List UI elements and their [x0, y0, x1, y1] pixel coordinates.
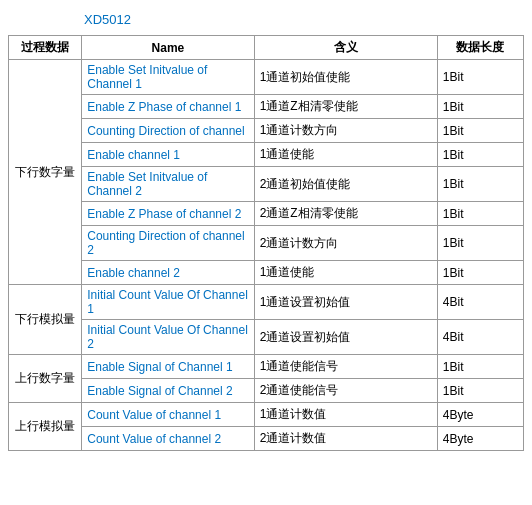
length-cell: 1Bit: [437, 261, 523, 285]
category-cell-1: 下行模拟量: [9, 285, 82, 355]
table-row: Enable Signal of Channel 22通道使能信号1Bit: [9, 379, 524, 403]
meaning-cell: 1通道计数方向: [254, 119, 437, 143]
table-row: Enable channel 11通道使能1Bit: [9, 143, 524, 167]
table-row: Counting Direction of channel1通道计数方向1Bit: [9, 119, 524, 143]
table-row: Enable Set Initvalue of Channel 22通道初始值使…: [9, 167, 524, 202]
category-cell-3: 上行模拟量: [9, 403, 82, 451]
name-cell: Counting Direction of channel: [82, 119, 254, 143]
table-row: Initial Count Value Of Channel 22通道设置初始值…: [9, 320, 524, 355]
length-cell: 4Bit: [437, 320, 523, 355]
meaning-cell: 1通道计数值: [254, 403, 437, 427]
header-label: [8, 8, 78, 31]
length-cell: 1Bit: [437, 379, 523, 403]
name-cell: Enable channel 2: [82, 261, 254, 285]
category-cell-0: 下行数字量: [9, 60, 82, 285]
table-row: Enable Z Phase of channel 11通道Z相清零使能1Bit: [9, 95, 524, 119]
col-header-meaning: 含义: [254, 36, 437, 60]
name-cell: Enable Z Phase of channel 2: [82, 202, 254, 226]
table-row: Count Value of channel 22通道计数值4Byte: [9, 427, 524, 451]
table-row: Enable channel 21通道使能1Bit: [9, 261, 524, 285]
name-cell: Count Value of channel 1: [82, 403, 254, 427]
meaning-cell: 2通道设置初始值: [254, 320, 437, 355]
length-cell: 1Bit: [437, 355, 523, 379]
table-row: Enable Z Phase of channel 22通道Z相清零使能1Bit: [9, 202, 524, 226]
table-row: 上行模拟量Count Value of channel 11通道计数值4Byte: [9, 403, 524, 427]
container: XD5012 过程数据 Name 含义 数据长度 下行数字量Enable Set…: [0, 0, 532, 459]
length-cell: 1Bit: [437, 143, 523, 167]
col-header-category: 过程数据: [9, 36, 82, 60]
meaning-cell: 2通道初始值使能: [254, 167, 437, 202]
name-cell: Enable Set Initvalue of Channel 1: [82, 60, 254, 95]
table-row: 上行数字量Enable Signal of Channel 11通道使能信号1B…: [9, 355, 524, 379]
length-cell: 1Bit: [437, 60, 523, 95]
length-cell: 1Bit: [437, 226, 523, 261]
meaning-cell: 1通道使能: [254, 143, 437, 167]
name-cell: Enable channel 1: [82, 143, 254, 167]
meaning-cell: 1通道初始值使能: [254, 60, 437, 95]
meaning-cell: 2通道计数方向: [254, 226, 437, 261]
meaning-cell: 1通道设置初始值: [254, 285, 437, 320]
length-cell: 1Bit: [437, 202, 523, 226]
col-header-name: Name: [82, 36, 254, 60]
meaning-cell: 2通道Z相清零使能: [254, 202, 437, 226]
meaning-cell: 1通道使能信号: [254, 355, 437, 379]
category-cell-2: 上行数字量: [9, 355, 82, 403]
length-cell: 1Bit: [437, 95, 523, 119]
meaning-cell: 2通道使能信号: [254, 379, 437, 403]
table-row: 下行模拟量Initial Count Value Of Channel 11通道…: [9, 285, 524, 320]
length-cell: 4Bit: [437, 285, 523, 320]
meaning-cell: 1通道使能: [254, 261, 437, 285]
main-table: 过程数据 Name 含义 数据长度 下行数字量Enable Set Initva…: [8, 35, 524, 451]
length-cell: 4Byte: [437, 403, 523, 427]
meaning-cell: 1通道Z相清零使能: [254, 95, 437, 119]
col-header-length: 数据长度: [437, 36, 523, 60]
length-cell: 1Bit: [437, 167, 523, 202]
table-row: 下行数字量Enable Set Initvalue of Channel 11通…: [9, 60, 524, 95]
length-cell: 4Byte: [437, 427, 523, 451]
name-cell: Enable Z Phase of channel 1: [82, 95, 254, 119]
name-cell: Enable Signal of Channel 2: [82, 379, 254, 403]
length-cell: 1Bit: [437, 119, 523, 143]
name-cell: Count Value of channel 2: [82, 427, 254, 451]
table-row: Counting Direction of channel 22通道计数方向1B…: [9, 226, 524, 261]
name-cell: Enable Set Initvalue of Channel 2: [82, 167, 254, 202]
name-cell: Enable Signal of Channel 1: [82, 355, 254, 379]
table-header-row: 过程数据 Name 含义 数据长度: [9, 36, 524, 60]
header-title: XD5012: [78, 8, 137, 31]
name-cell: Counting Direction of channel 2: [82, 226, 254, 261]
name-cell: Initial Count Value Of Channel 2: [82, 320, 254, 355]
meaning-cell: 2通道计数值: [254, 427, 437, 451]
header-row: XD5012: [8, 8, 524, 31]
name-cell: Initial Count Value Of Channel 1: [82, 285, 254, 320]
